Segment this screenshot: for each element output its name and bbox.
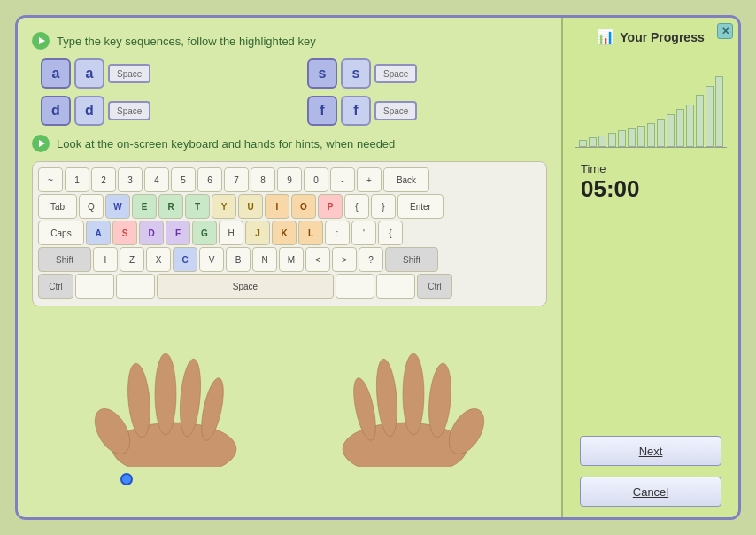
chart-bar-12 xyxy=(696,95,704,147)
kb-w[interactable]: W xyxy=(105,194,130,219)
kb-shift-left[interactable]: Shift xyxy=(38,247,91,272)
kb-z[interactable]: Z xyxy=(120,247,144,272)
kb-backspace[interactable]: Back xyxy=(383,167,429,192)
kb-q[interactable]: Q xyxy=(79,194,104,219)
kb-v[interactable]: V xyxy=(199,247,224,272)
key-d-2: d xyxy=(74,96,104,126)
kb-5[interactable]: 5 xyxy=(171,167,196,192)
kb-7[interactable]: 7 xyxy=(224,167,249,192)
key-d-1: d xyxy=(41,96,71,126)
time-value: 05:00 xyxy=(581,175,640,203)
chart-bar-1 xyxy=(589,137,597,147)
kb-m[interactable]: M xyxy=(279,247,304,272)
kb-b[interactable]: B xyxy=(226,247,251,272)
kb-lt[interactable]: < xyxy=(305,247,330,272)
chart-bar-7 xyxy=(647,123,655,147)
key-group-f: f f Space xyxy=(307,96,547,126)
kb-u[interactable]: U xyxy=(238,194,263,219)
next-button-label: Next xyxy=(639,445,663,458)
kb-tab[interactable]: Tab xyxy=(38,194,77,219)
chart-bar-3 xyxy=(608,133,616,147)
kb-h[interactable]: H xyxy=(219,221,243,245)
kb-e[interactable]: E xyxy=(132,194,157,219)
kb-9[interactable]: 9 xyxy=(277,167,302,192)
chart-bar-5 xyxy=(628,128,636,147)
kb-minus[interactable]: - xyxy=(330,167,355,192)
kb-question[interactable]: ? xyxy=(359,247,383,272)
kb-c[interactable]: C xyxy=(173,247,197,272)
key-a-1: a xyxy=(41,58,71,89)
svg-point-3 xyxy=(155,353,176,435)
kb-g[interactable]: G xyxy=(192,221,217,245)
kb-brace2[interactable]: { xyxy=(378,221,403,245)
cancel-button[interactable]: Cancel xyxy=(580,477,721,507)
kb-lbrace[interactable]: { xyxy=(344,194,369,219)
kb-ctrl-left[interactable]: Ctrl xyxy=(38,274,73,299)
cancel-button-label: Cancel xyxy=(633,485,668,499)
kb-o[interactable]: O xyxy=(291,194,316,219)
kb-1[interactable]: 1 xyxy=(65,167,89,192)
kb-0[interactable]: 0 xyxy=(304,167,328,192)
kb-quote[interactable]: ' xyxy=(351,221,376,245)
kb-3[interactable]: 3 xyxy=(118,167,143,192)
kb-ctrl-right[interactable]: Ctrl xyxy=(417,274,452,299)
on-screen-keyboard: ~ 1 2 3 4 5 6 7 8 9 0 - + Back Tab Q W E xyxy=(32,161,547,306)
kb-caps[interactable]: Caps xyxy=(38,221,84,245)
space-key-f: Space xyxy=(374,101,417,120)
kb-r[interactable]: R xyxy=(158,194,183,219)
kb-s[interactable]: S xyxy=(112,221,137,245)
kb-j[interactable]: J xyxy=(245,221,270,245)
kb-6[interactable]: 6 xyxy=(197,167,222,192)
kb-a[interactable]: A xyxy=(86,221,111,245)
kb-f[interactable]: F xyxy=(166,221,190,245)
kb-d[interactable]: D xyxy=(139,221,164,245)
instruction-text-2: Look at the on-screen keyboard and hands… xyxy=(57,137,395,151)
kb-enter[interactable]: Enter xyxy=(397,194,444,219)
kb-blank-left xyxy=(75,274,114,299)
key-s-1: s xyxy=(307,58,337,89)
kb-2[interactable]: 2 xyxy=(91,167,116,192)
kb-colon[interactable]: : xyxy=(325,221,350,245)
kb-gt[interactable]: > xyxy=(332,247,357,272)
chart-bar-14 xyxy=(715,76,723,147)
kb-space[interactable]: Space xyxy=(157,274,334,299)
kb-l[interactable]: L xyxy=(298,221,323,245)
chart-bar-10 xyxy=(676,109,684,147)
kb-n[interactable]: N xyxy=(252,247,277,272)
svg-point-9 xyxy=(403,353,424,435)
hands-image xyxy=(32,352,547,467)
instruction-row-1: Type the key sequences, follow the highl… xyxy=(32,32,547,50)
kb-tilde[interactable]: ~ xyxy=(38,167,63,192)
key-group-s: s s Space xyxy=(307,58,547,89)
chart-bar-8 xyxy=(657,119,665,147)
next-button[interactable]: Next xyxy=(580,436,721,466)
kb-8[interactable]: 8 xyxy=(251,167,275,192)
chart-bar-4 xyxy=(618,130,626,147)
kb-row-shift: Shift I Z X C V B N M < > ? Shift xyxy=(38,247,541,272)
kb-i-col[interactable]: I xyxy=(93,247,118,272)
kb-blank-right xyxy=(336,274,374,299)
key-group-a: a a Space xyxy=(41,58,281,89)
chart-icon: 📊 xyxy=(597,28,614,45)
cursor-dot xyxy=(120,473,133,485)
kb-rbrace[interactable]: } xyxy=(371,194,396,219)
kb-k[interactable]: K xyxy=(272,221,297,245)
play-button-2[interactable] xyxy=(32,135,50,152)
chart-bar-11 xyxy=(686,105,694,147)
content-panel: ✕ Type the key sequences, follow the hig… xyxy=(18,18,561,517)
kb-plus[interactable]: + xyxy=(357,167,382,192)
kb-t[interactable]: T xyxy=(185,194,210,219)
kb-shift-right[interactable]: Shift xyxy=(385,247,438,272)
kb-4[interactable]: 4 xyxy=(144,167,169,192)
kb-y[interactable]: Y xyxy=(212,194,236,219)
main-window: ✕ Type the key sequences, follow the hig… xyxy=(15,15,741,520)
space-key-s: Space xyxy=(374,64,417,83)
kb-p[interactable]: P xyxy=(318,194,343,219)
play-button-1[interactable] xyxy=(32,32,50,50)
key-f-2: f xyxy=(341,96,371,126)
kb-row-numbers: ~ 1 2 3 4 5 6 7 8 9 0 - + Back xyxy=(38,167,541,192)
kb-x[interactable]: X xyxy=(146,247,171,272)
key-f-1: f xyxy=(307,96,337,126)
kb-i[interactable]: I xyxy=(265,194,289,219)
space-key-d: Space xyxy=(108,101,150,120)
